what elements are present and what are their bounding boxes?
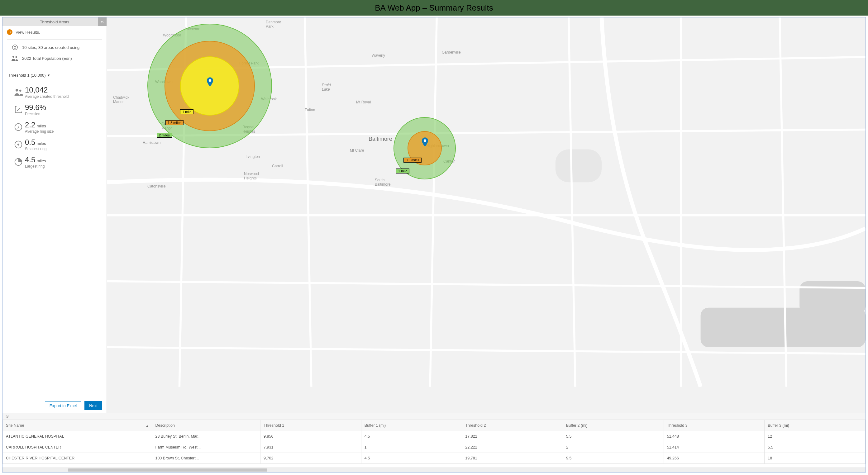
step-number-badge: 3 <box>7 29 12 35</box>
panel-title: Threshold Areas <box>40 20 69 24</box>
col-site-name[interactable]: Site Name▲ <box>3 420 152 431</box>
cell-t3: 51,448 <box>663 431 765 442</box>
map-label: Irvington <box>246 155 260 159</box>
avg-ring-unit: miles <box>36 124 46 128</box>
svg-rect-12 <box>556 149 601 182</box>
cell-desc: 23 Burley St, Berlin, Mar... <box>152 431 260 442</box>
svg-point-9 <box>18 144 19 146</box>
cell-site: CHESTER RIVER HOSPITAL CENTER <box>3 453 152 464</box>
table-row[interactable]: CHESTER RIVER HOSPITAL CENTER100 Brown S… <box>3 453 866 464</box>
map-label: Carroll <box>272 164 283 168</box>
col-threshold-2[interactable]: Threshold 2 <box>462 420 563 431</box>
smallest-ring-unit: miles <box>36 141 46 146</box>
ring-label-1mile: 1 mile <box>180 109 193 114</box>
sort-asc-icon: ▲ <box>146 424 149 428</box>
svg-point-3 <box>16 56 17 58</box>
summary-card: 10 sites, 30 areas created using 2022 To… <box>7 39 102 67</box>
col-threshold-1[interactable]: Threshold 1 <box>260 420 362 431</box>
map-label: South Baltimore <box>375 178 391 187</box>
avg-ring-icon: x̄ <box>12 121 25 132</box>
map-label: Druid Lake <box>322 83 331 92</box>
map-label: Norwood Heights <box>244 171 259 180</box>
precision-label: Precision <box>25 112 46 116</box>
avg-threshold-label: Average created threshold <box>25 94 69 99</box>
cell-t1: 9,702 <box>260 453 362 464</box>
results-table[interactable]: Site Name▲ Description Threshold 1 Buffe… <box>2 420 866 464</box>
precision-value: 99.6% <box>25 104 46 111</box>
svg-text:x̄: x̄ <box>18 126 20 129</box>
map-pin-icon[interactable] <box>207 77 213 87</box>
avg-threshold-value: 10,042 <box>25 86 69 94</box>
cell-b3: 18 <box>765 453 866 464</box>
table-row[interactable]: ATLANTIC GENERAL HOSPITAL23 Burley St, B… <box>3 431 866 442</box>
cell-b2: 9.5 <box>563 453 664 464</box>
sites-areas-text: 10 sites, 30 areas created using <box>22 45 80 50</box>
map-label: Gardenville <box>442 50 461 55</box>
cell-b1: 4.5 <box>361 431 462 442</box>
cell-t2: 17,822 <box>462 431 563 442</box>
scrollbar-thumb[interactable] <box>68 469 267 472</box>
map-label: Mt Clare <box>350 148 364 153</box>
largest-ring-label: Largest ring <box>25 164 46 168</box>
cell-t3: 51,414 <box>663 442 765 453</box>
threshold-rings-site-a[interactable]: 1 mile 1.5 miles 2 miles <box>147 24 272 148</box>
svg-point-2 <box>12 56 14 58</box>
cell-t2: 22,222 <box>462 442 563 453</box>
col-threshold-3[interactable]: Threshold 3 <box>663 420 765 431</box>
slide-title-bar: BA Web App – Summary Results <box>0 0 868 15</box>
cell-b1: 4.5 <box>361 453 462 464</box>
sidebar: Threshold Areas 3 View Results. 10 sites… <box>2 18 107 413</box>
caret-down-icon: ▾ <box>48 73 50 77</box>
svg-point-5 <box>19 90 22 92</box>
precision-icon <box>12 104 25 114</box>
largest-ring-value: 4.5 <box>25 155 35 164</box>
people-icon <box>11 55 19 61</box>
cell-b2: 5.5 <box>563 431 664 442</box>
col-buffer-1[interactable]: Buffer 1 (mi) <box>361 420 462 431</box>
cell-b1: 1 <box>361 442 462 453</box>
collapse-panel-button[interactable] <box>98 18 106 26</box>
cell-desc: 100 Brown St, Chestert... <box>152 453 260 464</box>
map-label: Waverly <box>372 53 385 58</box>
ring-label-1-5miles: 1.5 miles <box>165 120 184 125</box>
table-row[interactable]: CARROLL HOSPITAL CENTERFarm Museum Rd, W… <box>3 442 866 453</box>
horizontal-scrollbar[interactable] <box>2 468 866 472</box>
col-description[interactable]: Description <box>152 420 260 431</box>
cell-b2: 2 <box>563 442 664 453</box>
panel-expand-grip[interactable] <box>2 413 866 420</box>
col-buffer-2[interactable]: Buffer 2 (mi) <box>563 420 664 431</box>
chevron-double-left-icon <box>100 20 104 24</box>
cell-b3: 5.5 <box>765 442 866 453</box>
ring-label-1mile-b: 1 mile <box>396 168 409 173</box>
svg-point-1 <box>14 46 16 48</box>
smallest-ring-icon <box>12 138 25 149</box>
map-label: Fulton <box>305 108 315 112</box>
map-canvas[interactable]: Lochearn Woodmoor Forest Park Woodlawn C… <box>107 18 866 413</box>
slide-title: BA Web App – Summary Results <box>375 3 493 13</box>
map-pin-icon[interactable] <box>422 137 428 147</box>
cell-site: ATLANTIC GENERAL HOSPITAL <box>3 431 152 442</box>
cell-t1: 7,931 <box>260 442 362 453</box>
next-button[interactable]: Next <box>85 401 102 410</box>
threshold-selector[interactable]: Threshold 1 (10,000) ▾ <box>2 70 106 78</box>
variable-text: 2022 Total Population (Esri) <box>22 56 72 61</box>
target-icon <box>11 44 19 51</box>
svg-point-15 <box>209 79 211 82</box>
largest-ring-unit: miles <box>36 159 46 163</box>
cell-b3: 12 <box>765 431 866 442</box>
avg-ring-label: Average ring size <box>25 129 54 134</box>
people-icon <box>12 86 25 97</box>
wizard-step-row: 3 View Results. <box>2 26 106 38</box>
results-table-panel: Site Name▲ Description Threshold 1 Buffe… <box>2 413 866 472</box>
map-label: Catonsville <box>147 184 166 188</box>
svg-point-0 <box>12 45 18 50</box>
svg-point-4 <box>16 89 18 92</box>
threshold-rings-site-b[interactable]: 0.5 miles 1 mile <box>394 117 456 180</box>
threshold-selector-label: Threshold 1 (10,000) <box>8 73 46 77</box>
panel-header: Threshold Areas <box>2 18 106 26</box>
col-buffer-3[interactable]: Buffer 3 (mi) <box>765 420 866 431</box>
step-label: View Results. <box>16 30 40 35</box>
export-to-excel-button[interactable]: Export to Excel <box>45 401 81 410</box>
cell-t1: 9,856 <box>260 431 362 442</box>
map-label: Mt Royal <box>356 100 371 104</box>
